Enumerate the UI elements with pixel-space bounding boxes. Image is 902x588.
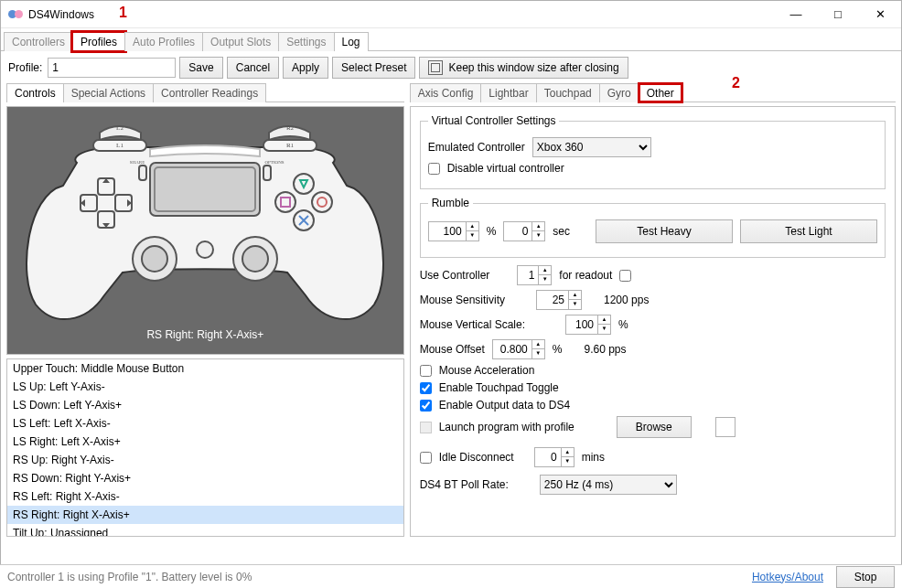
settings-panel: Virtual Controller Settings Emulated Con… (410, 106, 896, 537)
mouse-offset-label: Mouse Offset (420, 343, 485, 356)
list-item[interactable]: LS Right: Left X-Axis+ (7, 433, 403, 451)
right-tabstrip: Axis Config Lightbar Touchpad Gyro Other (410, 82, 896, 102)
svg-text:OPTIONS: OPTIONS (265, 160, 285, 165)
tab-lightbar[interactable]: Lightbar (480, 83, 536, 102)
tab-controllers[interactable]: Controllers (4, 32, 73, 51)
tab-output-slots[interactable]: Output Slots (202, 32, 279, 51)
profile-label: Profile: (8, 61, 42, 74)
mouse-offset-suffix: % (553, 343, 563, 356)
launch-program-icon-box (715, 417, 736, 437)
disable-virtual-controller-label: Disable virtual controller (447, 162, 564, 175)
test-heavy-button[interactable]: Test Heavy (596, 219, 733, 243)
svg-point-8 (294, 174, 314, 194)
svg-text:L2: L2 (116, 124, 123, 132)
test-light-button[interactable]: Test Light (740, 219, 877, 243)
tab-gyro[interactable]: Gyro (599, 83, 639, 102)
mouse-vscale-suffix: % (618, 318, 628, 331)
maximize-icon (428, 60, 443, 75)
touchpad-toggle-checkbox[interactable] (420, 382, 432, 394)
keep-window-size-toggle[interactable]: Keep this window size after closing (419, 57, 628, 79)
list-item[interactable]: RS Up: Right Y-Axis- (7, 451, 403, 469)
idle-disconnect-spinner[interactable]: ▲▼ (534, 447, 574, 467)
tab-other[interactable]: Other (639, 83, 682, 102)
annotation-1: 1 (119, 5, 127, 21)
tab-auto-profiles[interactable]: Auto Profiles (124, 32, 203, 51)
svg-text:R1: R1 (286, 142, 295, 149)
use-controller-spinner[interactable]: ▲▼ (517, 265, 552, 285)
select-preset-button[interactable]: Select Preset (332, 57, 415, 79)
touchpad-toggle-label: Enable Touchpad Toggle (439, 381, 559, 394)
list-item[interactable]: LS Left: Left X-Axis- (7, 414, 403, 433)
svg-text:SHARE: SHARE (130, 160, 145, 165)
virtual-controller-fieldset: Virtual Controller Settings Emulated Con… (420, 114, 886, 189)
tab-axis-config[interactable]: Axis Config (410, 83, 482, 102)
tab-touchpad[interactable]: Touchpad (536, 83, 600, 102)
keep-size-label: Keep this window size after closing (448, 61, 618, 74)
mouse-offset-spinner[interactable]: ▲▼ (492, 339, 545, 359)
rumble-percent-suffix: % (487, 225, 497, 238)
minimize-button[interactable]: ― (775, 1, 817, 28)
svg-text:L1: L1 (116, 142, 123, 149)
list-item[interactable]: RS Right: Right X-Axis+ (7, 506, 403, 524)
stop-button[interactable]: Stop (836, 566, 895, 588)
controller-diagram[interactable]: L2 R2 L1 R1 SHARE OPTIONS RS Right: Righ… (6, 106, 404, 355)
mouse-accel-checkbox[interactable] (420, 365, 432, 377)
rumble-fieldset: Rumble ▲▼ % ▲▼ sec Test Heavy Test Light (420, 197, 886, 258)
use-controller-label: Use Controller (420, 269, 490, 282)
tab-settings[interactable]: Settings (278, 32, 334, 51)
svg-rect-3 (155, 167, 255, 211)
rumble-percent-spinner[interactable]: ▲▼ (428, 221, 479, 241)
idle-disconnect-label: Idle Disconnect (439, 451, 514, 464)
tab-special-actions[interactable]: Special Actions (63, 83, 154, 102)
svg-point-20 (242, 246, 268, 272)
mouse-sensitivity-spinner[interactable]: ▲▼ (536, 290, 582, 310)
mouse-vscale-spinner[interactable]: ▲▼ (565, 315, 611, 335)
close-button[interactable]: ✕ (859, 1, 901, 28)
app-logo (8, 7, 23, 22)
svg-rect-15 (263, 166, 271, 180)
mouse-sensitivity-label: Mouse Sensitivity (420, 294, 505, 306)
list-item[interactable]: RS Left: Right X-Axis- (7, 487, 403, 506)
profile-name-input[interactable] (48, 58, 176, 78)
apply-button[interactable]: Apply (283, 57, 328, 79)
disable-virtual-controller-checkbox[interactable] (428, 163, 440, 175)
mouse-accel-label: Mouse Acceleration (439, 364, 535, 377)
tab-profiles[interactable]: Profiles (72, 32, 125, 51)
tab-controls[interactable]: Controls (6, 83, 64, 102)
list-item[interactable]: LS Down: Left Y-Axis+ (7, 396, 403, 414)
list-item[interactable]: Upper Touch: Middle Mouse Button (7, 359, 403, 378)
idle-disconnect-checkbox[interactable] (420, 452, 432, 464)
for-readout-label: for readout (559, 269, 612, 282)
window-title: DS4Windows (28, 8, 94, 21)
browse-button[interactable]: Browse (617, 416, 692, 438)
save-button[interactable]: Save (179, 57, 222, 79)
launch-program-label: Launch program with profile (439, 421, 574, 433)
controller-svg: L2 R2 L1 R1 SHARE OPTIONS (13, 112, 397, 327)
bindings-listbox[interactable]: Upper Touch: Middle Mouse Button LS Up: … (6, 358, 404, 537)
rumble-sec-spinner[interactable]: ▲▼ (503, 221, 545, 241)
tab-controller-readings[interactable]: Controller Readings (153, 83, 266, 102)
mouse-offset-extra: 9.60 pps (584, 343, 626, 356)
emulated-controller-select[interactable]: Xbox 360 (532, 137, 651, 157)
list-item[interactable]: LS Up: Left Y-Axis- (7, 378, 403, 396)
list-item[interactable]: RS Down: Right Y-Axis+ (7, 469, 403, 487)
for-readout-checkbox[interactable] (619, 270, 631, 282)
output-ds4-checkbox[interactable] (420, 400, 432, 412)
tab-log[interactable]: Log (334, 32, 369, 51)
left-tabstrip: Controls Special Actions Controller Read… (6, 82, 404, 102)
svg-text:R2: R2 (286, 124, 295, 132)
output-ds4-label: Enable Output data to DS4 (439, 399, 570, 412)
launch-program-checkbox[interactable] (420, 422, 432, 433)
poll-rate-select[interactable]: 250 Hz (4 ms) (540, 475, 677, 495)
maximize-button[interactable]: □ (817, 1, 859, 28)
hotkeys-about-link[interactable]: Hotkeys/About (752, 571, 823, 583)
status-text: Controller 1 is using Profile "1". Batte… (7, 571, 252, 583)
vcs-legend: Virtual Controller Settings (428, 114, 560, 127)
cancel-button[interactable]: Cancel (227, 57, 279, 79)
emulated-controller-label: Emulated Controller (428, 141, 525, 154)
list-item[interactable]: Tilt Up: Unassigned (7, 524, 403, 537)
main-tabstrip: Controllers Profiles Auto Profiles Outpu… (1, 28, 901, 51)
annotation-2: 2 (732, 75, 740, 91)
svg-rect-14 (139, 166, 146, 180)
svg-point-16 (197, 241, 213, 258)
